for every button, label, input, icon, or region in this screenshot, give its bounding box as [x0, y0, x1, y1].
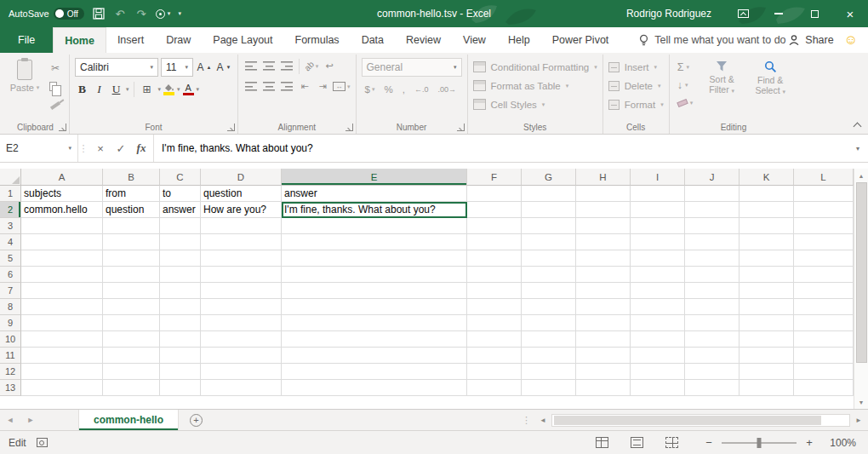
format-as-table-button[interactable]: Format as Table▾ [473, 77, 597, 95]
row-header-8[interactable]: 8 [0, 299, 21, 315]
cell-I2[interactable] [631, 202, 685, 218]
cell-G2[interactable] [522, 202, 576, 218]
column-header-J[interactable]: J [685, 169, 740, 186]
cell-C8[interactable] [160, 299, 201, 315]
cell-E12[interactable] [282, 364, 467, 380]
tabbar-splitter[interactable]: ⋮ [517, 410, 536, 430]
copy-icon[interactable]: ▾ [47, 78, 64, 95]
italic-button[interactable]: I [92, 81, 106, 98]
cell-I12[interactable] [631, 364, 685, 380]
cell-J3[interactable] [685, 218, 740, 234]
cell-K6[interactable] [740, 267, 794, 283]
cell-E8[interactable] [282, 299, 467, 315]
find-select-button[interactable]: Find & Select ▾ [748, 58, 792, 95]
cell-K2[interactable] [740, 202, 794, 218]
column-header-B[interactable]: B [103, 169, 160, 186]
cell-L11[interactable] [794, 348, 854, 364]
cell-L2[interactable] [794, 202, 854, 218]
bottom-align-icon[interactable] [279, 58, 294, 74]
orientation-icon[interactable]: ab▾ [304, 58, 319, 74]
column-header-E[interactable]: E [282, 169, 467, 186]
column-header-A[interactable]: A [21, 169, 103, 186]
row-header-1[interactable]: 1 [0, 186, 21, 202]
cell-A9[interactable] [21, 315, 103, 331]
merge-center-icon[interactable]: ↔▾ [333, 78, 351, 95]
cell-F3[interactable] [467, 218, 522, 234]
sheet-tab-common-hello[interactable]: common-hello [78, 410, 179, 430]
column-header-D[interactable]: D [201, 169, 282, 186]
fill-color-caret-icon[interactable]: ▾ [177, 86, 180, 93]
cell-H11[interactable] [576, 348, 631, 364]
cancel-icon[interactable]: × [90, 142, 111, 155]
cell-G11[interactable] [522, 348, 576, 364]
page-layout-view-icon[interactable] [631, 437, 643, 448]
cell-J1[interactable] [685, 186, 740, 202]
cell-I8[interactable] [631, 299, 685, 315]
cell-D6[interactable] [201, 267, 282, 283]
cell-B2[interactable]: question [103, 202, 160, 218]
row-header-10[interactable]: 10 [0, 331, 21, 348]
zoom-level[interactable]: 100% [822, 437, 856, 449]
user-name[interactable]: Rodrigo Rodriguez [626, 8, 711, 20]
cell-G1[interactable] [522, 186, 576, 202]
font-color-icon[interactable]: A [183, 83, 194, 96]
cell-F4[interactable] [467, 234, 522, 250]
increase-font-size-button[interactable]: A▲ [196, 60, 213, 76]
number-format-select[interactable]: General▾ [362, 58, 462, 77]
cell-C5[interactable] [160, 250, 201, 267]
tab-insert[interactable]: Insert [106, 27, 155, 53]
expand-formula-bar-icon[interactable]: ▾ [848, 135, 868, 162]
cell-L7[interactable] [794, 283, 854, 299]
autosum-button[interactable]: Σ▾ [675, 59, 696, 75]
percent-style-icon[interactable]: % [380, 81, 396, 97]
autosave-toggle[interactable]: AutoSave Off [9, 8, 84, 20]
cell-C6[interactable] [160, 267, 201, 283]
cell-K9[interactable] [740, 315, 794, 331]
cell-L13[interactable] [794, 380, 854, 396]
tab-power-pivot[interactable]: Power Pivot [541, 27, 620, 53]
increase-decimal-icon[interactable]: ←.0 [411, 81, 432, 97]
sort-filter-button[interactable]: Sort & Filter ▾ [700, 58, 744, 95]
sheet-next-icon[interactable]: ► [20, 410, 41, 430]
new-sheet-button[interactable]: + [190, 410, 203, 430]
cell-B3[interactable] [103, 218, 160, 234]
fill-button[interactable]: ↓▾ [675, 77, 696, 93]
tab-draw[interactable]: Draw [155, 27, 202, 53]
cell-L5[interactable] [794, 250, 854, 267]
cell-H4[interactable] [576, 234, 631, 250]
alignment-dialog-launcher[interactable] [345, 124, 353, 131]
touch-mode-icon[interactable]: ▾ [156, 9, 171, 19]
scroll-down-icon[interactable]: ▼ [854, 395, 868, 409]
decrease-indent-icon[interactable]: ⇤ [297, 78, 312, 95]
horizontal-scrollbar[interactable]: ◄ ► [536, 410, 868, 430]
cell-styles-button[interactable]: Cell Styles▾ [473, 95, 597, 113]
cell-B10[interactable] [103, 331, 160, 348]
cell-C1[interactable]: to [160, 186, 201, 202]
row-header-6[interactable]: 6 [0, 267, 21, 283]
cell-A13[interactable] [21, 380, 103, 396]
cell-K13[interactable] [740, 380, 794, 396]
macro-record-icon[interactable] [37, 438, 48, 447]
cell-G8[interactable] [522, 299, 576, 315]
zoom-out-button[interactable]: − [704, 436, 714, 449]
align-left-icon[interactable] [243, 78, 259, 95]
cell-I6[interactable] [631, 267, 685, 283]
cell-D3[interactable] [201, 218, 282, 234]
cell-G6[interactable] [522, 267, 576, 283]
cell-I7[interactable] [631, 283, 685, 299]
cell-I3[interactable] [631, 218, 685, 234]
cell-J10[interactable] [685, 331, 740, 348]
cell-F2[interactable] [467, 202, 522, 218]
cell-G5[interactable] [522, 250, 576, 267]
cell-F7[interactable] [467, 283, 522, 299]
tab-view[interactable]: View [452, 27, 497, 53]
cell-J11[interactable] [685, 348, 740, 364]
cell-K3[interactable] [740, 218, 794, 234]
cell-K1[interactable] [740, 186, 794, 202]
row-header-12[interactable]: 12 [0, 364, 21, 380]
cell-E9[interactable] [282, 315, 467, 331]
cell-B11[interactable] [103, 348, 160, 364]
align-right-icon[interactable] [279, 78, 294, 95]
cell-K10[interactable] [740, 331, 794, 348]
cell-D7[interactable] [201, 283, 282, 299]
